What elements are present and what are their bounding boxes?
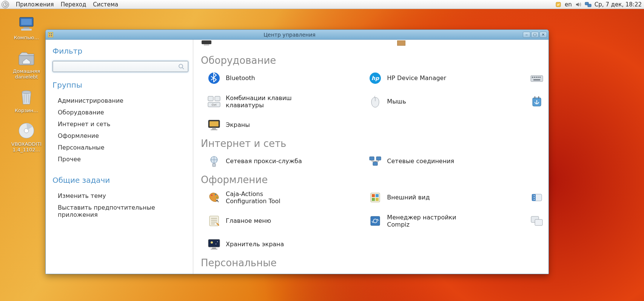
item-appearance[interactable]: Внешний вид (369, 190, 522, 205)
item-label: Caja-Actions Configuration Tool (226, 190, 305, 205)
menu-applications[interactable]: Приложения (16, 1, 54, 8)
svg-rect-6 (23, 27, 29, 29)
window-titlebar[interactable]: Центр управления ‒ ▢ ✕ (46, 30, 548, 40)
item-label: Комбинации клавиш клавиатуры (226, 94, 305, 109)
svg-rect-5 (21, 19, 32, 25)
filter-search-field[interactable] (52, 61, 188, 72)
menu-places[interactable]: Переход (61, 1, 86, 8)
main-menu-icon (208, 215, 220, 227)
svg-rect-43 (376, 157, 381, 160)
svg-rect-26 (534, 77, 535, 78)
sidebar-group-internet[interactable]: Интернет и сеть (52, 118, 188, 130)
search-icon (178, 63, 188, 69)
item-label: Менеджер настройки Compiz (387, 214, 466, 228)
item-displays[interactable]: Экраны (208, 117, 361, 133)
svg-rect-14 (49, 35, 50, 36)
desktop-icon-label: VBOXADDITI 1.4_1102… (8, 141, 45, 153)
truncated-previous-row: системой (201, 40, 548, 49)
network-connections-icon (369, 155, 382, 168)
item-keyboard-shortcuts[interactable]: Ctrl Комбинации клавиш клавиатуры (208, 94, 361, 109)
appearance-icon (369, 191, 382, 204)
svg-rect-42 (370, 157, 374, 160)
svg-rect-13 (51, 33, 52, 34)
keyboard-icon (530, 72, 543, 85)
sidebar-group-personal[interactable]: Персональные (52, 142, 188, 153)
network-tray-icon[interactable] (585, 1, 592, 8)
item-label: HP Device Manager (387, 74, 446, 82)
common-task-change-theme[interactable]: Изменить тему (52, 190, 188, 202)
keyboard-layout-indicator[interactable]: en (565, 1, 572, 8)
item-compiz-settings[interactable]: Менеджер настройки Compiz (369, 213, 522, 228)
desktop-icon-label: Домашняя danielebt (8, 68, 45, 80)
menu-system[interactable]: Система (93, 1, 118, 8)
svg-point-47 (216, 197, 218, 198)
item-screensaver[interactable]: Хранитель экрана (208, 237, 361, 252)
window-title: Центр управления (56, 32, 523, 38)
desktop-icon-home[interactable]: Домашняя danielebt (8, 49, 45, 80)
item-network-proxy[interactable]: Сетевая прокси-служба (208, 154, 361, 169)
control-center-app-icon (47, 31, 54, 38)
svg-rect-11 (48, 32, 53, 37)
update-notifier-icon[interactable] (555, 1, 562, 8)
item-power-management[interactable]: Управление питанием (530, 94, 548, 109)
svg-rect-25 (532, 77, 533, 78)
item-bluetooth[interactable]: Bluetooth (208, 71, 361, 86)
svg-point-62 (216, 244, 216, 244)
sidebar-group-administration[interactable]: Администрирование (52, 95, 188, 107)
desktop-icon-optical[interactable]: VBOXADDITI 1.4_1102… (8, 122, 45, 153)
window-minimize-button[interactable]: ‒ (523, 32, 530, 38)
sidebar-common-tasks: Изменить тему Выставить предпочтительные… (52, 190, 188, 221)
section-heading-internet: Интернет и сеть (201, 138, 548, 149)
settings-content-area: системой Оборудование Bluetooth hp (193, 40, 548, 274)
start-menu-icon[interactable] (2, 1, 9, 8)
svg-point-45 (211, 194, 213, 196)
clock[interactable]: Ср, 7 дек, 18:22 (595, 1, 642, 8)
section-heading-personal: Персональные (201, 257, 548, 269)
groups-heading: Группы (52, 80, 188, 90)
svg-point-8 (22, 91, 31, 94)
item-caja-actions[interactable]: Caja-Actions Configuration Tool (208, 190, 361, 205)
item-mouse[interactable]: Мышь (369, 94, 522, 109)
item-label: Главное меню (226, 217, 271, 224)
svg-rect-56 (371, 216, 380, 225)
compiz-icon (369, 215, 382, 227)
desktop-icon-trash[interactable]: Корзин… (8, 88, 45, 113)
item-popup-notifications[interactable]: Всплывающие уведомления (530, 190, 548, 205)
svg-rect-59 (535, 219, 542, 225)
item-label: Внешний вид (387, 194, 430, 201)
notifications-icon (530, 191, 543, 204)
window-close-button[interactable]: ✕ (539, 32, 547, 38)
svg-rect-7 (21, 29, 32, 31)
item-network-connections[interactable]: Сетевые соединения (369, 154, 522, 169)
sidebar-group-hardware[interactable]: Оборудование (52, 107, 188, 118)
item-hp-device-manager[interactable]: hp HP Device Manager (369, 71, 522, 86)
window-maximize-button[interactable]: ▢ (531, 32, 539, 38)
item-label: Мышь (387, 98, 406, 105)
trash-icon (17, 88, 35, 106)
svg-rect-32 (215, 96, 220, 101)
item-main-menu[interactable]: Главное меню (208, 213, 361, 228)
common-task-preferred-apps[interactable]: Выставить предпочтительные приложения (52, 202, 188, 221)
svg-point-16 (179, 64, 183, 68)
common-tasks-heading: Общие задачи (52, 176, 188, 185)
windows-icon (530, 215, 543, 227)
svg-rect-38 (212, 128, 216, 129)
sidebar-group-appearance[interactable]: Оформление (52, 130, 188, 142)
svg-rect-27 (536, 77, 537, 78)
item-label: Экраны (226, 121, 250, 128)
keyboard-shortcuts-icon: Ctrl (208, 95, 220, 108)
item-keyboard[interactable]: Клавиатура (530, 71, 548, 86)
hp-icon: hp (369, 72, 382, 85)
filter-search-input[interactable] (53, 63, 178, 69)
desktop-icon-computer[interactable]: Компью… (8, 15, 45, 40)
svg-text:Ctrl: Ctrl (212, 103, 217, 107)
sidebar-groups-list: Администрирование Оборудование Интернет … (52, 95, 188, 165)
volume-icon[interactable] (575, 1, 582, 8)
sidebar-filter-panel: Фильтр Группы Администрирование Оборудов… (46, 40, 193, 274)
item-windows[interactable]: Окна (530, 213, 548, 228)
sidebar-group-other[interactable]: Прочее (52, 153, 188, 165)
control-center-window: Центр управления ‒ ▢ ✕ Фильтр Группы Адм… (45, 29, 549, 274)
svg-rect-49 (372, 194, 375, 197)
svg-point-61 (211, 241, 213, 244)
svg-rect-3 (588, 4, 591, 7)
